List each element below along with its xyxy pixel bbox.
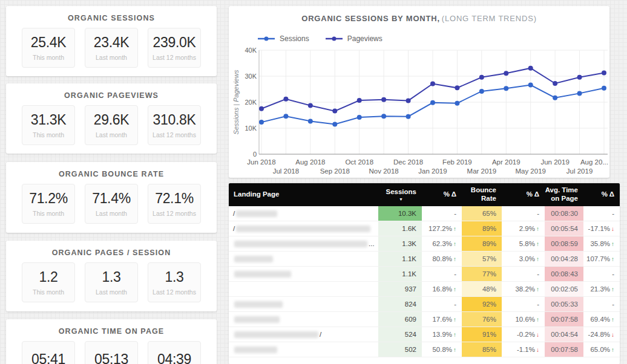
- scorecard-title: ORGANIC PAGES / SESSION: [6, 249, 217, 257]
- y-axis-tick: 20K: [245, 99, 257, 106]
- table-row: 60917.6%↑76%10.6%↑00:07:5869.4%↑: [229, 312, 620, 327]
- delta-up-icon: ↑: [453, 256, 456, 262]
- masked-text: [234, 316, 280, 323]
- metric-label: Last 12 months: [153, 54, 196, 61]
- metric-value: 1.3: [165, 269, 183, 285]
- x-axis-tick: Jun 2018: [247, 158, 275, 166]
- metric-row: 71.2%This month71.4%Last month72.1%Last …: [6, 178, 217, 224]
- metric-box: 239.0KLast 12 months: [148, 28, 201, 68]
- x-axis-tick: Sep 2018: [320, 167, 350, 175]
- cell-landing-page: /: [229, 327, 378, 342]
- cell-bounce-delta: 38.2%↑: [502, 282, 545, 296]
- metric-row: 31.3KThis month29.6KLast month310.8KLast…: [6, 100, 217, 145]
- delta-up-icon: ↑: [536, 226, 539, 232]
- landing-page-text: /: [320, 327, 321, 342]
- delta-down-icon: ↓: [536, 331, 539, 338]
- delta-up-icon: ↑: [453, 286, 456, 293]
- metric-value: 23.4K: [94, 34, 130, 51]
- cell-avg-time-on-page: 00:07:58: [545, 342, 583, 357]
- header-cell-avg-time-on-page[interactable]: Avg. Time on Page: [545, 183, 583, 206]
- metric-value: 71.2%: [29, 190, 68, 207]
- data-point: [283, 114, 288, 119]
- masked-text: [236, 210, 277, 217]
- metric-label: Last 12 months: [153, 288, 196, 296]
- metric-label: Last month: [96, 54, 127, 61]
- data-point: [602, 70, 606, 75]
- header-label: % Δ: [602, 190, 614, 199]
- masked-text: [236, 226, 370, 232]
- cell-bounce-delta: 5.8%↑: [502, 236, 545, 251]
- header-cell-[interactable]: % Δ: [583, 183, 620, 206]
- cell-avg-time-on-page: 00:08:43: [545, 267, 583, 281]
- y-axis-tick: 30K: [245, 73, 257, 80]
- metric-box: 05:13: [85, 341, 138, 364]
- metric-box: 1.2This month: [22, 262, 75, 302]
- delta-up-icon: ↑: [453, 331, 456, 338]
- data-point: [430, 100, 435, 105]
- header-cell-[interactable]: % Δ: [502, 183, 545, 206]
- cell-bounce-rate: 77%: [462, 267, 502, 281]
- cell-landing-page: [229, 342, 378, 357]
- cell-sessions-delta: -: [422, 206, 462, 221]
- data-point: [357, 98, 362, 103]
- cell-sessions: 1.3K: [378, 236, 422, 251]
- data-point: [577, 75, 582, 80]
- cell-time-delta: -17.1%↓: [583, 221, 620, 236]
- cell-bounce-delta: -0.2%↓: [502, 327, 545, 342]
- metric-label: Last 12 months: [153, 210, 196, 217]
- header-cell-landing-page[interactable]: Landing Page: [229, 183, 378, 206]
- table-row: 93716.8%↑48%38.2%↑00:02:0521.3%↑: [229, 282, 620, 297]
- cell-sessions: 10.3K: [378, 206, 422, 221]
- legend-item-pageviews[interactable]: Pageviews: [325, 34, 382, 43]
- table-row: /52413.9%↑91%-0.2%↓00:04:54-24.8%↓: [229, 327, 620, 342]
- cell-time-delta: -: [583, 267, 620, 281]
- metric-value: 05:13: [94, 351, 128, 364]
- cell-landing-page: /: [229, 221, 378, 236]
- metric-value: 1.2: [39, 269, 57, 285]
- data-point: [308, 103, 313, 108]
- header-label: Avg. Time on Page: [545, 186, 578, 203]
- x-axis-tick: Feb 2019: [442, 158, 472, 166]
- delta-up-icon: ↑: [611, 346, 614, 353]
- cell-bounce-rate: 48%: [462, 282, 502, 296]
- cell-landing-page: ...: [229, 236, 378, 251]
- x-axis-tick: May 2019: [515, 167, 546, 175]
- cell-sessions: 609: [378, 312, 422, 327]
- data-point: [528, 66, 533, 71]
- cell-sessions-delta: -: [422, 267, 462, 281]
- cell-bounce-delta: 2.9%↑: [502, 221, 545, 236]
- cell-sessions: 524: [378, 327, 422, 342]
- cell-sessions: 1.1K: [378, 252, 422, 266]
- data-point: [553, 81, 557, 86]
- scorecard-organic-pageviews: ORGANIC PAGEVIEWS31.3KThis month29.6KLas…: [6, 83, 217, 154]
- legend-item-sessions[interactable]: Sessions: [257, 34, 309, 43]
- cell-sessions-delta: 16.8%↑: [422, 282, 462, 296]
- cell-sessions: 502: [378, 342, 422, 357]
- cell-landing-page: [229, 282, 378, 296]
- header-cell-[interactable]: % Δ: [422, 183, 462, 206]
- delta-up-icon: ↑: [536, 241, 539, 247]
- metric-box: 72.1%Last 12 months: [148, 184, 201, 224]
- metric-value: 1.3: [102, 269, 120, 285]
- table-row: 1.1K80.8%↑57%3.0%↑00:04:28107.7%↑: [229, 252, 620, 267]
- cell-sessions: 1.6K: [378, 221, 422, 236]
- data-point: [528, 83, 533, 88]
- cell-avg-time-on-page: 00:07:58: [545, 312, 583, 327]
- data-point: [430, 81, 435, 86]
- metric-box: 1.3Last month: [85, 262, 138, 302]
- delta-down-icon: ↓: [611, 331, 614, 338]
- x-axis-tick: Aug 20...: [580, 158, 608, 166]
- header-cell-bounce-rate[interactable]: Bounce Rate: [462, 183, 502, 206]
- data-point: [406, 114, 411, 119]
- landing-page-text: /: [233, 206, 235, 221]
- metric-value: 29.6K: [94, 112, 130, 128]
- sessions-series-marker-icon: [257, 36, 275, 42]
- y-axis-title: Sessions | Pageviews: [232, 70, 240, 134]
- x-axis-tick: Jun 2019: [540, 158, 569, 166]
- delta-up-icon: ↑: [611, 241, 614, 247]
- header-cell-sessions[interactable]: Sessions▼: [378, 183, 422, 206]
- data-point: [406, 98, 411, 103]
- landing-page-text: ...: [369, 236, 375, 251]
- x-axis-tick: Nov 2018: [369, 167, 399, 175]
- data-point: [308, 119, 313, 123]
